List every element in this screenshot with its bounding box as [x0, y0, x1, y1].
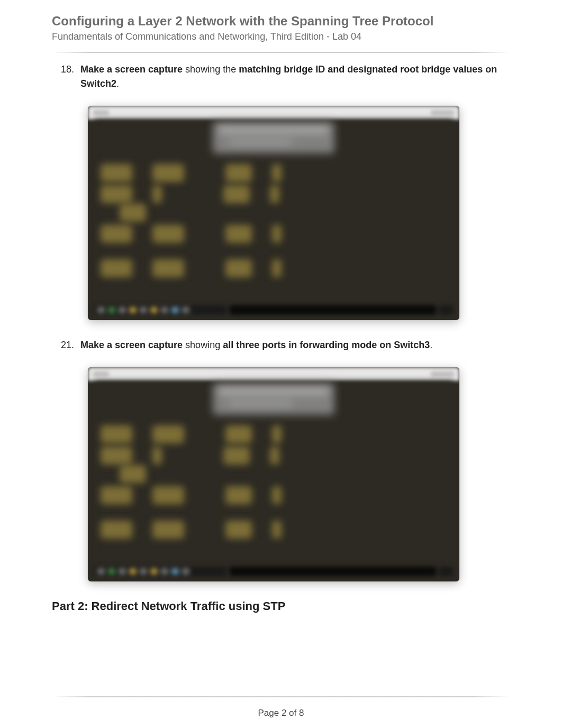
item-period: . [116, 78, 119, 89]
instruction-item-18: 18. Make a screen capture showing the ma… [52, 62, 510, 91]
page-footer: Page 2 of 8 [0, 708, 562, 718]
item-body: Make a screen capture showing the matchi… [80, 62, 510, 91]
blurred-dialog [213, 383, 334, 415]
item-mid-text: showing the [183, 64, 239, 75]
window-titlebar [88, 106, 459, 120]
page-subtitle: Fundamentals of Communications and Netwo… [52, 31, 510, 42]
page-header: Configuring a Layer 2 Network with the S… [0, 13, 562, 48]
window-titlebar [88, 367, 459, 381]
item-period: . [430, 340, 432, 350]
page-title: Configuring a Layer 2 Network with the S… [52, 13, 510, 29]
instruction-item-21: 21. Make a screen capture showing all th… [52, 338, 510, 352]
footer-divider [52, 696, 510, 697]
taskbar [94, 304, 453, 316]
item-bold-lead: Make a screen capture [80, 340, 183, 350]
page-content: 18. Make a screen capture showing the ma… [0, 62, 562, 613]
taskbar [94, 566, 453, 577]
screenshot-figure-1 [88, 106, 459, 320]
blurred-dialog [213, 122, 334, 153]
item-number: 21. [52, 338, 80, 352]
header-divider [52, 52, 510, 53]
page-number-label: Page 2 of 8 [258, 708, 304, 718]
item-bold-tail: all three ports in forwarding mode on Sw… [223, 340, 430, 350]
section-heading-part2: Part 2: Redirect Network Traffic using S… [52, 599, 510, 613]
item-bold-lead: Make a screen capture [80, 64, 183, 75]
item-body: Make a screen capture showing all three … [80, 338, 510, 352]
item-mid-text: showing [183, 340, 223, 350]
item-number: 18. [52, 62, 80, 77]
document-page: Configuring a Layer 2 Network with the S… [0, 0, 562, 728]
screenshot-figure-2 [88, 367, 459, 581]
